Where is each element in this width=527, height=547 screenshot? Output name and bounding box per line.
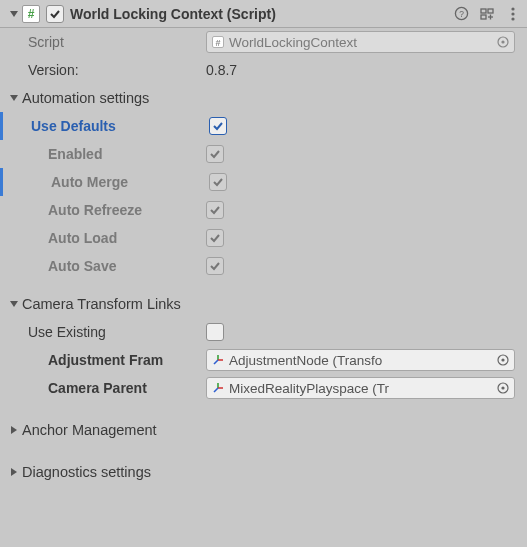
svg-point-26 (501, 386, 504, 389)
transform-icon (211, 353, 225, 367)
auto-refreeze-label: Auto Refreeze (48, 202, 142, 218)
enabled-checkbox (206, 145, 224, 163)
auto-merge-checkbox (209, 173, 227, 191)
auto-load-checkbox (206, 229, 224, 247)
adjustment-frame-field[interactable]: AdjustmentNode (Transfo (206, 349, 515, 371)
adjustment-frame-label: Adjustment Fram (48, 352, 163, 368)
enabled-row: Enabled (0, 140, 527, 168)
svg-point-10 (511, 17, 514, 20)
version-label: Version: (28, 62, 79, 78)
script-value: WorldLockingContext (229, 35, 494, 50)
csharp-mini-icon: # (211, 35, 225, 49)
chevron-down-icon (8, 298, 20, 310)
camera-links-heading: Camera Transform Links (22, 296, 181, 312)
adjustment-frame-row: Adjustment Fram AdjustmentNode (Transfo (0, 346, 527, 374)
camera-parent-label: Camera Parent (48, 380, 147, 396)
auto-load-label: Auto Load (48, 230, 117, 246)
object-picker-icon[interactable] (494, 379, 512, 397)
enabled-label: Enabled (48, 146, 102, 162)
svg-text:#: # (215, 38, 220, 48)
chevron-right-icon (8, 424, 20, 436)
object-picker-icon[interactable] (494, 33, 512, 51)
svg-point-8 (511, 7, 514, 10)
camera-links-header[interactable]: Camera Transform Links (0, 290, 527, 318)
camera-parent-row: Camera Parent MixedRealityPlayspace (Tr (0, 374, 527, 402)
svg-point-21 (501, 358, 504, 361)
diag-heading: Diagnostics settings (22, 464, 151, 480)
svg-point-14 (501, 40, 504, 43)
inspector-component: # World Locking Context (Script) ? Scrip… (0, 0, 527, 547)
component-header: # World Locking Context (Script) ? (0, 0, 527, 28)
svg-rect-3 (481, 9, 486, 13)
chevron-down-icon (8, 92, 20, 104)
script-field: # WorldLockingContext (206, 31, 515, 53)
use-defaults-label: Use Defaults (31, 118, 116, 134)
automation-settings-header[interactable]: Automation settings (0, 84, 527, 112)
auto-merge-label: Auto Merge (51, 174, 128, 190)
use-existing-checkbox[interactable] (206, 323, 224, 341)
camera-parent-value: MixedRealityPlayspace (Tr (229, 381, 494, 396)
svg-marker-16 (10, 301, 18, 307)
anchor-management-header[interactable]: Anchor Management (0, 416, 527, 444)
auto-load-row: Auto Load (0, 224, 527, 252)
foldout-toggle[interactable] (8, 8, 20, 20)
anchor-heading: Anchor Management (22, 422, 157, 438)
svg-marker-0 (10, 11, 18, 17)
script-row: Script # WorldLockingContext (0, 28, 527, 56)
auto-refreeze-checkbox (206, 201, 224, 219)
object-picker-icon[interactable] (494, 351, 512, 369)
help-icon[interactable]: ? (453, 6, 469, 22)
version-value: 0.8.7 (206, 62, 237, 78)
use-existing-label: Use Existing (28, 324, 106, 340)
use-defaults-checkbox[interactable] (209, 117, 227, 135)
csharp-script-icon: # (22, 5, 40, 23)
auto-save-row: Auto Save (0, 252, 527, 280)
auto-save-label: Auto Save (48, 258, 116, 274)
preset-icon[interactable] (479, 6, 495, 22)
use-existing-row: Use Existing (0, 318, 527, 346)
svg-line-24 (214, 388, 218, 392)
auto-refreeze-row: Auto Refreeze (0, 196, 527, 224)
script-label: Script (28, 34, 64, 50)
use-defaults-row: Use Defaults (0, 112, 527, 140)
svg-rect-5 (481, 15, 486, 19)
svg-rect-4 (488, 9, 493, 13)
kebab-menu-icon[interactable] (505, 6, 521, 22)
component-title: World Locking Context (Script) (70, 6, 453, 22)
svg-marker-28 (11, 468, 17, 476)
auto-save-checkbox (206, 257, 224, 275)
diagnostics-settings-header[interactable]: Diagnostics settings (0, 458, 527, 486)
svg-text:?: ? (459, 9, 464, 19)
component-enabled-checkbox[interactable] (46, 5, 64, 23)
chevron-right-icon (8, 466, 20, 478)
svg-marker-27 (11, 426, 17, 434)
automation-heading: Automation settings (22, 90, 149, 106)
adjustment-frame-value: AdjustmentNode (Transfo (229, 353, 494, 368)
svg-point-9 (511, 12, 514, 15)
transform-icon (211, 381, 225, 395)
version-row: Version: 0.8.7 (0, 56, 527, 84)
svg-line-19 (214, 360, 218, 364)
svg-marker-15 (10, 95, 18, 101)
camera-parent-field[interactable]: MixedRealityPlayspace (Tr (206, 377, 515, 399)
auto-merge-row: Auto Merge (0, 168, 527, 196)
